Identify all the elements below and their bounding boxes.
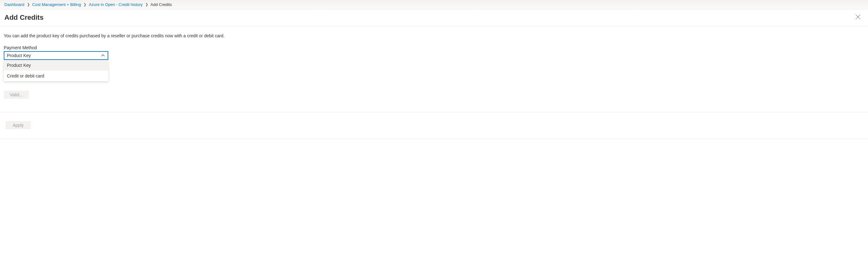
breadcrumb-link-cost-management[interactable]: Cost Management + Billing	[32, 2, 81, 7]
chevron-right-icon: ❯	[27, 2, 30, 7]
payment-method-label: Payment Method	[4, 45, 864, 50]
chevron-right-icon: ❯	[84, 2, 86, 7]
option-credit-debit-card[interactable]: Credit or debit card	[4, 71, 108, 81]
close-icon	[856, 14, 861, 21]
breadcrumb: Dashboard ❯ Cost Management + Billing ❯ …	[0, 0, 868, 9]
description-text: You can add the product key of credits p…	[4, 33, 864, 38]
payment-method-selected-value: Product Key	[7, 53, 31, 58]
footer-section: Apply	[0, 112, 868, 139]
breadcrumb-current: Add Credits	[151, 2, 172, 7]
payment-method-select[interactable]: Product Key	[4, 51, 108, 60]
option-product-key[interactable]: Product Key	[4, 60, 108, 71]
title-bar: Add Credits	[0, 9, 868, 26]
close-button[interactable]	[854, 13, 862, 22]
chevron-right-icon: ❯	[145, 2, 148, 7]
validate-button[interactable]: Valid...	[4, 91, 29, 99]
page-title: Add Credits	[4, 13, 43, 22]
chevron-up-icon	[101, 53, 105, 58]
apply-button[interactable]: Apply	[6, 121, 31, 129]
payment-method-options: Product Key Credit or debit card	[4, 60, 108, 81]
breadcrumb-link-dashboard[interactable]: Dashboard	[4, 2, 25, 7]
breadcrumb-link-credit-history[interactable]: Azure in Open - Credit history	[89, 2, 143, 7]
payment-method-dropdown: Product Key Product Key Credit or debit …	[4, 51, 108, 60]
content-area: You can add the product key of credits p…	[0, 26, 868, 103]
